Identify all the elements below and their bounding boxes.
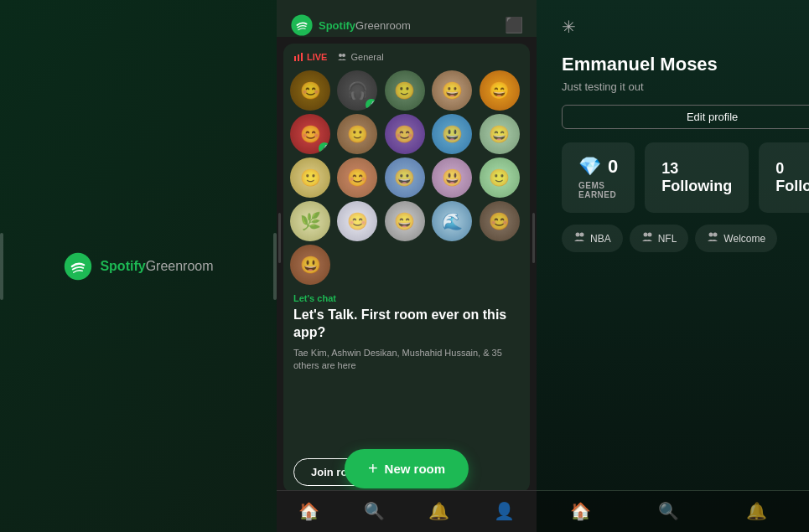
gems-label: GEMS EARNED	[578, 181, 618, 199]
svg-point-16	[709, 233, 713, 237]
avatar-9: 😃	[432, 114, 472, 154]
tag-welcome[interactable]: Welcome	[695, 225, 777, 252]
avatar-12: 😊	[337, 158, 377, 198]
people-icon-small	[337, 52, 347, 62]
svg-point-14	[643, 233, 647, 237]
svg-point-13	[580, 233, 584, 237]
followers-count: 0 Followers	[775, 160, 809, 195]
new-room-label: New room	[385, 462, 446, 476]
phone-nav-home[interactable]: 🏠	[298, 501, 319, 521]
loading-spinner: ✳	[562, 17, 582, 37]
phone-container: SpotifyGreenroom ⬛ LIVE	[277, 0, 537, 532]
phone-left-scroll	[278, 213, 281, 263]
left-spotify-text: Spotify	[100, 259, 145, 273]
phone-header: SpotifyGreenroom ⬛	[277, 0, 537, 37]
svg-point-17	[713, 233, 718, 237]
avatar-21: 😃	[290, 245, 330, 285]
left-logo: SpotifyGreenroom	[63, 251, 213, 281]
tag-nfl[interactable]: NFL	[630, 225, 689, 252]
tag-nba-label: NBA	[590, 233, 611, 245]
avatar-4: 😀	[432, 70, 472, 111]
phone-header-logo: SpotifyGreenroom	[290, 13, 411, 37]
live-label: LIVE	[307, 52, 327, 62]
phone-spotify-label: Spotify	[319, 19, 355, 32]
phone-header-logo-text: SpotifyGreenroom	[319, 19, 411, 32]
right-nav-home[interactable]: 🏠	[570, 501, 591, 521]
avatar-7: 🙂	[337, 114, 377, 154]
avatar-3: 🙂	[385, 70, 425, 111]
avatar-20: 😊	[480, 201, 520, 241]
gems-card: 💎 0 GEMS EARNED	[562, 142, 635, 213]
avatar-19: 🌊	[432, 201, 472, 241]
gems-top: 💎 0	[578, 156, 618, 178]
profile-name: Emmanuel Moses	[562, 54, 809, 75]
general-tag: General	[337, 52, 383, 62]
svg-rect-4	[301, 53, 303, 61]
people-icon-welcome	[707, 231, 718, 243]
mic-icon-2: 🎤	[366, 99, 377, 111]
edit-profile-button[interactable]: Edit profile	[562, 105, 809, 129]
avatar-8: 😊	[385, 114, 425, 154]
tag-nba[interactable]: NBA	[562, 225, 623, 252]
avatar-5: 😄	[480, 70, 520, 111]
avatar-15: 🙂	[480, 158, 520, 198]
svg-point-15	[647, 233, 651, 237]
stats-row: 💎 0 GEMS EARNED 13 Following 0 Followers	[562, 142, 809, 213]
svg-point-12	[576, 233, 580, 237]
right-bottom-nav: 🏠 🔍 🔔 👤	[537, 490, 809, 532]
avatar-18: 😄	[385, 201, 425, 241]
interest-tags: NBA NFL Welcome	[562, 225, 809, 252]
tag-nfl-label: NFL	[658, 233, 677, 245]
phone-bottom-nav: 🏠 🔍 🔔 👤	[277, 490, 537, 532]
phone-right-scroll	[532, 213, 535, 263]
avatar-1: 😊	[290, 70, 330, 111]
profile-bio: Just testing it out	[562, 80, 809, 93]
left-scroll-hint	[0, 233, 3, 300]
left-sidebar: SpotifyGreenroom	[0, 0, 277, 532]
avatar-17: 😊	[337, 201, 377, 241]
avatar-13: 😀	[385, 158, 425, 198]
svg-point-5	[339, 54, 342, 57]
tag-nfl-icon	[641, 231, 653, 245]
phone-nav-search[interactable]: 🔍	[364, 501, 385, 521]
left-spotify-logo-icon	[63, 251, 93, 281]
tag-welcome-icon	[707, 231, 718, 245]
left-logo-text: SpotifyGreenroom	[100, 259, 213, 274]
people-icon-nba	[573, 231, 585, 243]
calendar-icon[interactable]: ⬛	[505, 16, 523, 34]
room-card: LIVE General 😊 🎧 🎤 🙂 😀 😄	[283, 44, 530, 493]
right-nav-bell[interactable]: 🔔	[746, 501, 767, 521]
new-room-button[interactable]: + New room	[345, 449, 469, 488]
phone-nav-bell[interactable]: 🔔	[428, 501, 449, 521]
room-info: Let's chat Let's Talk. First room ever o…	[283, 288, 530, 455]
tag-nba-icon	[573, 231, 585, 245]
phone-spotify-icon	[290, 13, 314, 37]
avatar-2: 🎧 🎤	[337, 70, 377, 111]
avatar-6: 😊 🎤	[290, 114, 330, 154]
following-count: 13 Following	[661, 160, 732, 195]
plus-icon: +	[368, 459, 378, 478]
people-icon-nfl	[641, 231, 653, 243]
bar-chart-icon	[293, 52, 303, 62]
gem-icon: 💎	[578, 156, 601, 178]
svg-point-6	[342, 54, 345, 57]
let-chat-label: Let's chat	[293, 293, 520, 303]
live-badge: LIVE	[293, 52, 327, 62]
tag-welcome-label: Welcome	[723, 233, 765, 245]
avatar-grid: 😊 🎧 🎤 🙂 😀 😄 😊 🎤 🙂 😊 😃 😄 🙂 😊 😀 😃 🙂 🌿	[283, 67, 530, 288]
general-label: General	[350, 52, 383, 62]
left-greenroom-text: Greenroom	[146, 259, 214, 273]
room-title: Let's Talk. First room ever on this app?	[293, 307, 520, 342]
phone-nav-profile[interactable]: 👤	[494, 501, 515, 521]
avatar-14: 😃	[432, 158, 472, 198]
phone-greenroom-label: Greenroom	[355, 19, 411, 32]
room-tags: LIVE General	[283, 44, 530, 67]
avatar-11: 🙂	[290, 158, 330, 198]
following-card[interactable]: 13 Following	[645, 142, 749, 213]
right-panel: Settings ✳ Emmanuel Moses Just testing i…	[537, 0, 809, 532]
room-participants: Tae Kim, Ashwin Desikan, Mushahid Hussai…	[293, 347, 520, 373]
mic-icon-6: 🎤	[319, 142, 330, 154]
right-nav-search[interactable]: 🔍	[658, 501, 679, 521]
svg-rect-3	[298, 54, 299, 61]
followers-card[interactable]: 0 Followers	[759, 142, 809, 213]
